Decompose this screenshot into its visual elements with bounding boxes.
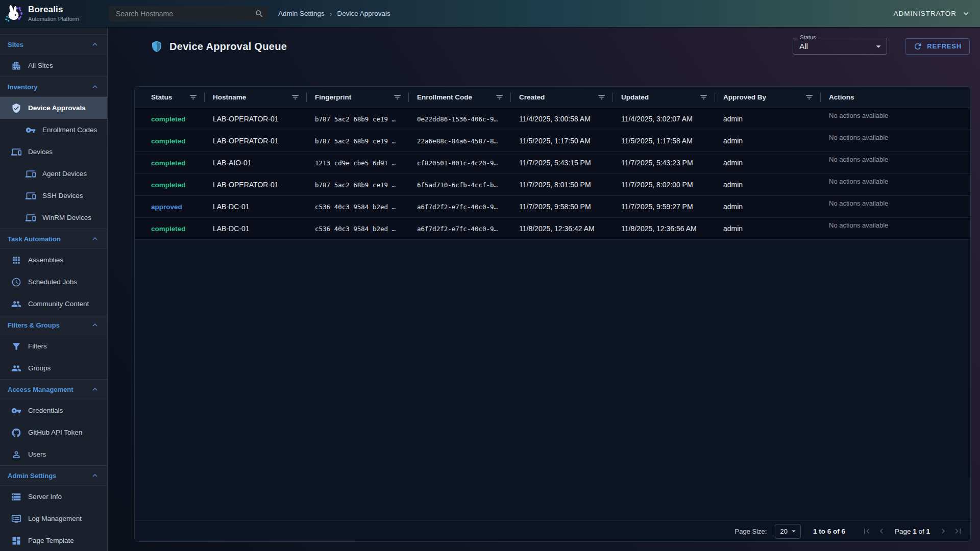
people-icon	[11, 299, 21, 309]
status-filter-value: All	[793, 42, 873, 51]
sidebar-item-log-management[interactable]: Log Management	[0, 508, 107, 530]
clock-icon	[11, 277, 21, 287]
table-header-row: Status Hostname Fingerprint Enrollment C…	[135, 87, 970, 108]
dropdown-arrow-icon	[789, 527, 798, 536]
table-row: completedLAB-OPERATOR-01b787 5ac2 68b9 c…	[135, 130, 970, 152]
column-header-approved-by[interactable]: Approved By	[715, 87, 821, 108]
sidebar-item-credentials[interactable]: Credentials	[0, 399, 107, 421]
page-size-select[interactable]: 20	[775, 524, 800, 539]
main-content: Device Approval Queue Status All REFRESH…	[108, 27, 980, 551]
column-header-enrollment-code[interactable]: Enrollment Code	[409, 87, 511, 108]
breadcrumb-device-approvals[interactable]: Device Approvals	[337, 10, 390, 17]
sidebar-item-agent-devices[interactable]: Agent Devices	[0, 163, 107, 185]
cell-status: completed	[135, 174, 205, 195]
topbar: Borealis Automation Platform Admin Setti…	[0, 0, 980, 27]
chevron-up-icon	[90, 320, 100, 330]
dropdown-arrow-icon	[873, 41, 884, 52]
column-header-hostname[interactable]: Hostname	[205, 87, 307, 108]
sidebar-item-page-template[interactable]: Page Template	[0, 530, 107, 551]
sidebar-section-inventory[interactable]: Inventory	[0, 77, 107, 97]
column-header-created[interactable]: Created	[511, 87, 613, 108]
chevron-up-icon	[90, 385, 100, 394]
cell-created: 11/4/2025, 3:00:58 AM	[511, 108, 613, 130]
cell-actions: No actions available	[821, 218, 970, 239]
sidebar-section-admin-settings[interactable]: Admin Settings	[0, 465, 107, 486]
cell-updated: 11/8/2025, 12:36:56 AM	[613, 218, 715, 239]
sidebar-item-assemblies[interactable]: Assemblies	[0, 249, 107, 271]
layout-icon	[11, 536, 21, 546]
cell-fingerprint: 1213 cd9e cbe5 6d91 …	[307, 152, 409, 173]
sidebar-item-server-info[interactable]: Server Info	[0, 486, 107, 508]
previous-page-icon[interactable]	[876, 526, 887, 536]
sidebar-section-sites[interactable]: Sites	[0, 34, 107, 55]
column-header-actions[interactable]: Actions	[821, 87, 970, 108]
sidebar-item-community-content[interactable]: Community Content	[0, 293, 107, 315]
sidebar-item-groups[interactable]: Groups	[0, 357, 107, 379]
cell-enrollment-code: 0e22dd86-1536-406c-9…	[409, 108, 511, 130]
breadcrumb-admin-settings[interactable]: Admin Settings	[278, 10, 325, 17]
search-input[interactable]	[109, 10, 268, 18]
shield-icon	[151, 40, 163, 53]
cell-approved-by: admin	[715, 130, 821, 152]
user-menu[interactable]: ADMINISTRATOR	[893, 9, 971, 18]
cell-approved-by: admin	[715, 174, 821, 195]
devices-icon	[26, 213, 36, 223]
sidebar-item-users[interactable]: Users	[0, 443, 107, 465]
devices-icon	[26, 191, 36, 201]
column-header-fingerprint[interactable]: Fingerprint	[307, 87, 409, 108]
cell-hostname: LAB-DC-01	[205, 218, 307, 239]
cell-actions: No actions available	[821, 108, 970, 130]
chevron-up-icon	[90, 234, 100, 243]
search-box	[109, 6, 268, 21]
filter-icon[interactable]	[699, 93, 708, 102]
next-page-icon[interactable]	[938, 526, 948, 536]
column-header-updated[interactable]: Updated	[613, 87, 715, 108]
sidebar-section-filters-groups[interactable]: Filters & Groups	[0, 315, 107, 335]
sidebar-item-github-api-token[interactable]: GitHub API Token	[0, 421, 107, 443]
search-icon	[255, 9, 264, 18]
sidebar-item-all-sites[interactable]: All Sites	[0, 55, 107, 77]
filter-icon[interactable]	[393, 93, 402, 102]
sidebar-item-winrm-devices[interactable]: WinRM Devices	[0, 207, 107, 229]
cell-actions: No actions available	[821, 130, 970, 152]
cell-approved-by: admin	[715, 218, 821, 239]
row-range-label: 1 to 6 of 6	[813, 528, 845, 535]
refresh-button[interactable]: REFRESH	[905, 38, 970, 55]
sidebar-item-filters[interactable]: Filters	[0, 335, 107, 357]
cell-hostname: LAB-DC-01	[205, 196, 307, 217]
cell-created: 11/7/2025, 9:58:50 PM	[511, 196, 613, 217]
last-page-icon[interactable]	[953, 526, 963, 536]
cell-fingerprint: c536 40c3 9584 b2ed …	[307, 218, 409, 239]
log-icon	[11, 514, 21, 524]
column-header-status[interactable]: Status	[135, 87, 205, 108]
status-filter-label: Status	[798, 34, 818, 40]
header-controls: Status All REFRESH	[793, 38, 970, 55]
sidebar-section-access-management[interactable]: Access Management	[0, 379, 107, 399]
filter-icon[interactable]	[189, 93, 198, 102]
sidebar-item-scheduled-jobs[interactable]: Scheduled Jobs	[0, 271, 107, 293]
sidebar-item-devices[interactable]: Devices	[0, 141, 107, 163]
cell-created: 11/5/2025, 1:17:50 AM	[511, 130, 613, 152]
cell-status: approved	[135, 196, 205, 217]
breadcrumb-separator: ›	[330, 10, 332, 18]
sidebar-item-ssh-devices[interactable]: SSH Devices	[0, 185, 107, 207]
filter-icon[interactable]	[805, 93, 814, 102]
sidebar-section-task-automation[interactable]: Task Automation	[0, 229, 107, 249]
filter-icon[interactable]	[291, 93, 300, 102]
devices-icon	[26, 169, 36, 179]
table-row: completedLAB-OPERATOR-01b787 5ac2 68b9 c…	[135, 174, 970, 196]
status-filter-select[interactable]: Status All	[793, 38, 887, 55]
sidebar-item-enrollment-codes[interactable]: Enrollment Codes	[0, 119, 107, 141]
borealis-logo-icon	[4, 4, 23, 24]
first-page-icon[interactable]	[862, 526, 872, 536]
page-size-label: Page Size:	[735, 528, 767, 535]
brand: Borealis Automation Platform	[0, 4, 109, 24]
cell-updated: 11/5/2025, 1:17:58 AM	[613, 130, 715, 152]
sidebar-item-device-approvals[interactable]: Device Approvals	[0, 97, 107, 119]
cell-fingerprint: b787 5ac2 68b9 ce19 …	[307, 130, 409, 152]
chevron-up-icon	[90, 82, 100, 91]
filter-icon[interactable]	[495, 93, 504, 102]
cell-updated: 11/7/2025, 5:43:23 PM	[613, 152, 715, 173]
brand-name: Borealis	[28, 5, 79, 15]
filter-icon[interactable]	[597, 93, 606, 102]
